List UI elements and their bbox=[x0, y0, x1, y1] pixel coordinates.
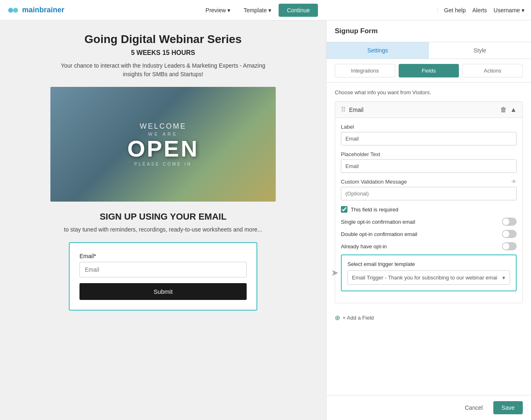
field-card-actions: 🗑 ▲ bbox=[500, 106, 517, 114]
placeholder-field-row: Placeholder Text bbox=[341, 151, 517, 173]
main-tabs: Settings Style bbox=[327, 42, 531, 59]
already-optin-row: Already have opt-in bbox=[341, 242, 517, 250]
svg-point-1 bbox=[13, 8, 18, 13]
right-panel-header: Signup Form bbox=[327, 20, 531, 42]
required-checkbox[interactable] bbox=[341, 206, 347, 213]
already-optin-toggle[interactable] bbox=[502, 242, 517, 250]
webinar-subtitle: 5 WEEKS 15 HOURS bbox=[131, 49, 195, 57]
single-optin-label: Single opt-in confirmation email bbox=[341, 219, 415, 225]
field-card-body: Label Placeholder Text Custom Validation… bbox=[335, 118, 522, 303]
collapse-field-button[interactable]: ▲ bbox=[510, 106, 517, 114]
sub-tab-integrations[interactable]: Integrations bbox=[335, 64, 395, 77]
alerts-button[interactable]: Alerts bbox=[472, 7, 487, 14]
email-input[interactable] bbox=[79, 262, 247, 277]
placeholder-field-input[interactable] bbox=[341, 159, 517, 173]
bottom-bar: Cancel Save bbox=[327, 395, 531, 420]
panel-title: Signup Form bbox=[335, 27, 378, 35]
trigger-select-label: Select email trigger template bbox=[347, 261, 510, 267]
chevron-down-icon: ▾ bbox=[227, 7, 230, 14]
navbar: mainbrainer Preview ▾ Template ▾ Continu… bbox=[0, 0, 531, 20]
field-card-header: ⠿ Email 🗑 ▲ bbox=[335, 102, 522, 118]
label-field-input[interactable] bbox=[341, 132, 517, 145]
signup-heading: SIGN UP USING YOUR EMAIL bbox=[100, 211, 227, 222]
double-optin-row: Double opt-in confirmation email bbox=[341, 230, 517, 238]
signup-subtext: to stay tuned with reminders, recordings… bbox=[64, 225, 262, 234]
single-optin-row: Single opt-in confirmation email bbox=[341, 218, 517, 226]
chevron-down-icon: ▾ bbox=[522, 7, 524, 14]
panel-body: Choose what info you want from Visitors.… bbox=[327, 83, 531, 395]
sub-tab-actions[interactable]: Actions bbox=[462, 64, 523, 77]
webinar-desc: Your chance to interact with the Industr… bbox=[61, 61, 266, 79]
label-field-row: Label bbox=[341, 124, 517, 145]
sub-tab-fields[interactable]: Fields bbox=[399, 64, 459, 77]
email-label: Email* bbox=[79, 253, 247, 259]
add-field-button[interactable]: ⊕ + Add a Field bbox=[335, 310, 374, 326]
double-optin-label: Double opt-in confirmation email bbox=[341, 231, 417, 237]
plus-icon: ⊕ bbox=[335, 314, 340, 322]
trigger-template-section: ➤ Select email trigger template Email Tr… bbox=[341, 254, 517, 291]
signup-form-box: Email* Submit bbox=[69, 242, 257, 311]
template-button[interactable]: Template ▾ bbox=[238, 4, 277, 17]
submit-button[interactable]: Submit bbox=[79, 283, 247, 300]
drag-icon: ⠿ bbox=[341, 106, 346, 114]
username-button[interactable]: Username ▾ bbox=[494, 7, 524, 14]
field-card-title: ⠿ Email bbox=[341, 106, 363, 114]
webinar-image: WELCOME WE ARE OPEN PLEASE COME IN bbox=[50, 87, 276, 202]
preview-button[interactable]: Preview ▾ bbox=[200, 4, 236, 17]
brand-name: mainbrainer bbox=[22, 6, 64, 14]
chevron-down-icon: ▾ bbox=[268, 7, 271, 14]
already-optin-label: Already have opt-in bbox=[341, 243, 387, 250]
trigger-select-wrapper: Email Trigger - Thank you for subscribin… bbox=[347, 270, 510, 285]
delete-field-button[interactable]: 🗑 bbox=[500, 106, 507, 114]
logo-icon bbox=[7, 4, 20, 17]
cancel-button[interactable]: Cancel bbox=[458, 401, 489, 414]
choose-info-label: Choose what info you want from Visitors. bbox=[335, 89, 523, 95]
trigger-select[interactable]: Email Trigger - Thank you for subscribin… bbox=[347, 270, 510, 285]
sub-tabs: Integrations Fields Actions bbox=[327, 59, 531, 83]
logo: mainbrainer bbox=[7, 4, 64, 17]
continue-button[interactable]: Continue bbox=[279, 4, 318, 17]
tab-settings[interactable]: Settings bbox=[327, 42, 429, 59]
left-panel: Going Digital Webinar Series 5 WEEKS 15 … bbox=[0, 20, 326, 420]
webinar-title: Going Digital Webinar Series bbox=[84, 33, 242, 46]
right-panel: Signup Form Settings Style Integrations … bbox=[326, 20, 531, 420]
single-optin-toggle[interactable] bbox=[502, 218, 517, 226]
required-checkbox-row: This field is required bbox=[341, 206, 517, 213]
double-optin-toggle[interactable] bbox=[502, 230, 517, 238]
required-label: This field is required bbox=[351, 207, 398, 213]
validation-field-row: Custom Validation Message 👁 bbox=[341, 179, 517, 200]
save-button[interactable]: Save bbox=[493, 401, 523, 414]
field-card-email: ⠿ Email 🗑 ▲ Label bbox=[335, 101, 523, 303]
navbar-center: Preview ▾ Template ▾ Continue bbox=[81, 4, 437, 17]
placeholder-field-label: Placeholder Text bbox=[341, 151, 517, 157]
navbar-right: Get help Alerts Username ▾ bbox=[437, 7, 524, 14]
label-field-label: Label bbox=[341, 124, 517, 130]
eye-icon: 👁 bbox=[511, 179, 517, 185]
main-layout: Going Digital Webinar Series 5 WEEKS 15 … bbox=[0, 20, 531, 420]
svg-point-0 bbox=[8, 8, 13, 13]
tab-style[interactable]: Style bbox=[429, 42, 531, 59]
get-help-button[interactable]: Get help bbox=[444, 7, 466, 14]
validation-field-input[interactable] bbox=[341, 187, 517, 200]
validation-field-label: Custom Validation Message 👁 bbox=[341, 179, 517, 185]
